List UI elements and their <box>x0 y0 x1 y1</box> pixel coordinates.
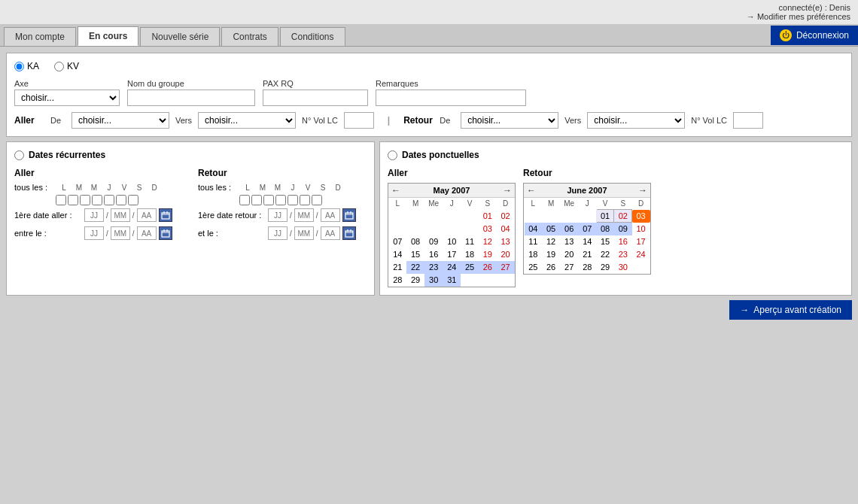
dates-recurrentes-radio[interactable] <box>14 150 24 160</box>
may-day-cell[interactable]: 19 <box>479 248 497 261</box>
retour-day-l[interactable] <box>239 195 250 205</box>
june-day-cell[interactable]: 16 <box>614 235 632 248</box>
may-day-cell[interactable]: 10 <box>443 235 461 248</box>
retour-day-s[interactable] <box>300 195 310 205</box>
radio-kv-label[interactable]: KV <box>54 61 79 71</box>
may-day-cell[interactable]: 08 <box>406 235 424 248</box>
tab-mon-compte[interactable]: Mon compte <box>4 27 76 46</box>
may-day-cell[interactable]: 22 <box>406 261 424 274</box>
vol-lc-retour-input[interactable] <box>733 112 763 129</box>
may-day-cell[interactable]: 31 <box>443 274 461 287</box>
aller-vers-select[interactable]: choisir... <box>198 112 296 129</box>
may-day-cell[interactable]: 07 <box>389 235 407 248</box>
may-day-cell[interactable]: 24 <box>443 261 461 274</box>
june-day-cell[interactable]: 27 <box>560 261 578 274</box>
etle-cal-icon[interactable] <box>342 226 356 240</box>
retour-mm[interactable] <box>294 208 314 222</box>
entre-cal-icon[interactable] <box>159 226 172 240</box>
june-day-cell[interactable]: 18 <box>525 248 543 261</box>
june-day-cell[interactable]: 04 <box>525 223 543 235</box>
aller-de-select[interactable]: choisir... <box>72 112 169 129</box>
logout-button[interactable]: ⏻ Déconnexion <box>771 26 858 45</box>
june-day-cell[interactable]: 01 <box>596 210 614 223</box>
may-day-cell[interactable]: 13 <box>497 235 515 248</box>
may-day-cell[interactable]: 04 <box>497 223 515 235</box>
may-day-cell[interactable]: 26 <box>479 261 497 274</box>
may-day-cell[interactable]: 21 <box>389 261 407 274</box>
june-day-cell[interactable]: 19 <box>542 248 560 261</box>
etle-mm[interactable] <box>294 226 314 240</box>
june-day-cell[interactable]: 26 <box>542 261 560 274</box>
june-day-cell[interactable]: 15 <box>596 235 614 248</box>
june-day-cell[interactable]: 03 <box>632 210 650 223</box>
may-day-cell[interactable]: 14 <box>389 248 407 261</box>
june-day-cell[interactable]: 08 <box>596 223 614 235</box>
retour-day-d[interactable] <box>312 195 322 205</box>
june-day-cell[interactable]: 05 <box>542 223 560 235</box>
etle-aa[interactable] <box>321 226 340 240</box>
radio-ka[interactable] <box>14 62 24 71</box>
june-day-cell[interactable]: 21 <box>578 248 596 261</box>
aller-day-j[interactable] <box>92 195 102 205</box>
radio-ka-label[interactable]: KA <box>14 61 39 71</box>
june-day-cell[interactable]: 30 <box>614 261 632 274</box>
aller-day-m2[interactable] <box>80 195 90 205</box>
may-day-cell[interactable]: 18 <box>461 248 479 261</box>
vol-lc-aller-input[interactable] <box>344 112 374 129</box>
june-day-cell[interactable]: 24 <box>632 248 650 261</box>
may-day-cell[interactable]: 03 <box>479 223 497 235</box>
tab-nouvelle-serie[interactable]: Nouvelle série <box>140 27 220 46</box>
june-day-cell[interactable]: 29 <box>596 261 614 274</box>
entre-aa[interactable] <box>137 226 157 240</box>
retour-vers-select[interactable]: choisir... <box>587 112 685 129</box>
june-day-cell[interactable]: 11 <box>525 235 543 248</box>
may-day-cell[interactable]: 16 <box>424 248 443 261</box>
june-day-cell[interactable]: 23 <box>614 248 632 261</box>
remarques-input[interactable] <box>376 90 526 106</box>
may-day-cell[interactable]: 30 <box>424 274 443 287</box>
june-day-cell[interactable]: 28 <box>578 261 596 274</box>
aller-mm[interactable] <box>111 208 130 222</box>
june-day-cell[interactable]: 22 <box>596 248 614 261</box>
retour-day-j[interactable] <box>275 195 286 205</box>
etle-jj[interactable] <box>268 226 288 240</box>
june-day-cell[interactable]: 07 <box>578 223 596 235</box>
axe-select[interactable]: choisir... <box>14 90 120 106</box>
may-day-cell[interactable]: 27 <box>497 261 515 274</box>
may-day-cell[interactable]: 29 <box>406 274 424 287</box>
aller-cal-icon[interactable] <box>159 208 172 222</box>
may-day-cell[interactable]: 02 <box>497 210 515 223</box>
apercu-button[interactable]: → Aperçu avant création <box>729 300 852 320</box>
aller-day-m1[interactable] <box>68 195 78 205</box>
retour-de-select[interactable]: choisir... <box>461 112 558 129</box>
june-day-cell[interactable]: 10 <box>632 223 650 235</box>
may-day-cell[interactable]: 25 <box>461 261 479 274</box>
june-day-cell[interactable]: 20 <box>560 248 578 261</box>
retour-day-v[interactable] <box>288 195 298 205</box>
may-day-cell[interactable]: 01 <box>479 210 497 223</box>
nom-groupe-input[interactable] <box>127 90 255 106</box>
aller-day-l[interactable] <box>56 195 66 205</box>
june-day-cell[interactable]: 13 <box>560 235 578 248</box>
june-day-cell[interactable]: 02 <box>614 210 632 223</box>
retour-aa[interactable] <box>321 208 340 222</box>
june-prev-btn[interactable]: ← <box>527 185 536 196</box>
may-day-cell[interactable]: 11 <box>461 235 479 248</box>
entre-jj[interactable] <box>84 226 104 240</box>
aller-jj[interactable] <box>84 208 104 222</box>
may-day-cell[interactable]: 15 <box>406 248 424 261</box>
dates-ponctuelles-radio[interactable] <box>388 150 397 160</box>
radio-kv[interactable] <box>54 62 64 71</box>
aller-day-d[interactable] <box>128 195 138 205</box>
june-day-cell[interactable]: 09 <box>614 223 632 235</box>
entre-mm[interactable] <box>111 226 130 240</box>
aller-day-v[interactable] <box>104 195 114 205</box>
june-day-cell[interactable]: 25 <box>525 261 543 274</box>
aller-aa[interactable] <box>137 208 157 222</box>
pref-link[interactable]: Modifier mes préférences <box>757 12 850 21</box>
may-prev-btn[interactable]: ← <box>391 185 400 196</box>
aller-day-s[interactable] <box>116 195 126 205</box>
may-day-cell[interactable]: 17 <box>443 248 461 261</box>
may-next-btn[interactable]: → <box>503 185 512 196</box>
may-day-cell[interactable]: 09 <box>424 235 443 248</box>
